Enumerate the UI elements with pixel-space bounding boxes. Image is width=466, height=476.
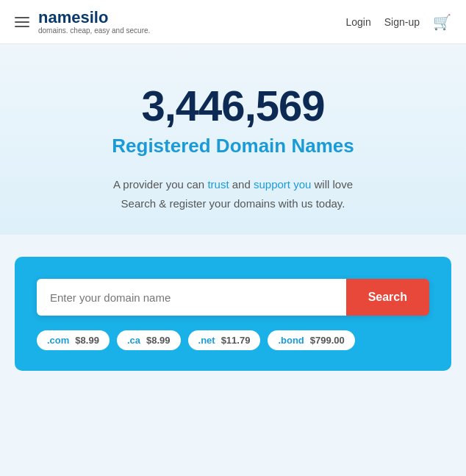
search-button[interactable]: Search [346, 279, 429, 316]
logo-tagline: domains. cheap, easy and secure. [38, 26, 150, 35]
tld-price: $11.79 [221, 335, 251, 346]
tld-name: .bond [278, 335, 304, 346]
search-section: Search .com $8.99 .ca $8.99 .net $11.79 … [15, 257, 451, 371]
domain-count: 3,446,569 [15, 81, 451, 130]
hero-description: A provider you can trust and support you… [15, 175, 451, 213]
logo-text: namesilo [38, 9, 150, 26]
header: namesilo domains. cheap, easy and secure… [0, 0, 466, 44]
search-input[interactable] [37, 279, 346, 316]
header-left: namesilo domains. cheap, easy and secure… [15, 9, 150, 35]
login-link[interactable]: Login [345, 16, 370, 28]
hero-subtitle: Registered Domain Names [15, 135, 451, 157]
tld-badge[interactable]: .net $11.79 [188, 330, 261, 350]
tld-name: .ca [127, 335, 140, 346]
tld-price: $799.00 [310, 335, 345, 346]
tld-badges: .com $8.99 .ca $8.99 .net $11.79 .bond $… [37, 330, 429, 350]
hero-section: 3,446,569 Registered Domain Names A prov… [0, 44, 466, 235]
cart-icon[interactable]: 🛒 [433, 13, 451, 31]
tld-badge[interactable]: .bond $799.00 [268, 330, 354, 350]
tld-price: $8.99 [75, 335, 99, 346]
search-bar: Search [37, 279, 429, 316]
tld-badge[interactable]: .ca $8.99 [117, 330, 181, 350]
tld-price: $8.99 [146, 335, 171, 346]
logo-name-text: namesilo [38, 8, 108, 26]
logo: namesilo domains. cheap, easy and secure… [38, 9, 150, 35]
signup-link[interactable]: Sign-up [384, 16, 420, 28]
hero-line1: A provider you can trust and support you… [113, 178, 353, 191]
tld-badge[interactable]: .com $8.99 [37, 330, 110, 350]
tld-name: .com [47, 335, 69, 346]
header-nav: Login Sign-up 🛒 [345, 13, 451, 31]
tld-name: .net [198, 335, 215, 346]
hero-line2: Search & register your domains with us t… [121, 197, 345, 210]
hamburger-menu[interactable] [15, 17, 29, 27]
